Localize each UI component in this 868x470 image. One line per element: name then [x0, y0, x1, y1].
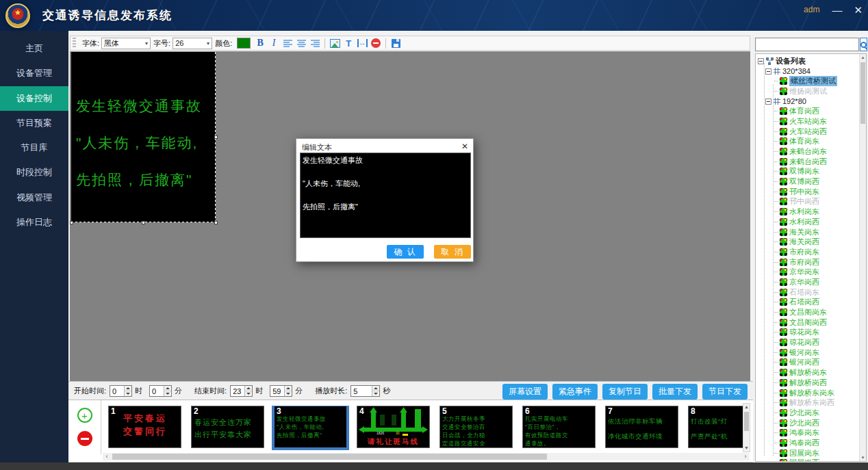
device-name[interactable]: 来鹤台岗东	[789, 146, 827, 157]
device-search-button[interactable]	[860, 38, 867, 51]
fit-width-button[interactable]: ↔	[355, 37, 369, 49]
collapse-icon[interactable]	[765, 99, 771, 105]
sidebar-item[interactable]: 时段控制	[0, 160, 68, 185]
add-program-button[interactable]: +	[77, 408, 92, 423]
device-name[interactable]: 文昌阁岗东	[789, 307, 827, 317]
tree-device-row[interactable]: 海关岗西	[756, 237, 866, 247]
spin-down-icon[interactable]	[372, 391, 379, 396]
cancel-button[interactable]: 取 消	[434, 245, 471, 259]
tree-device-row[interactable]: 琼花岗西	[756, 337, 866, 348]
tree-device-row[interactable]: 解放桥东岗东	[756, 388, 866, 398]
tree-device-row[interactable]: 京华岗西	[756, 277, 866, 287]
device-name[interactable]: 文昌阁岗西	[789, 317, 827, 328]
tree-device-row[interactable]: 来鹤台岗西	[756, 157, 866, 167]
device-name[interactable]: 石塔岗东	[789, 287, 819, 298]
tree-device-row[interactable]: 国展岗西	[756, 458, 866, 462]
minimize-button[interactable]: —	[832, 5, 841, 15]
playlist-item[interactable]: 3发生轻微交通事故"人未伤，车能动,先拍照，后撤离"	[274, 406, 347, 448]
tree-device-row[interactable]: 火车站岗东	[756, 116, 866, 127]
playlist-item[interactable]: 8打击改装"灯严查严处"机	[688, 406, 743, 448]
scroll-left-icon[interactable]: ‹	[103, 453, 111, 460]
insert-text-button[interactable]: T	[342, 37, 355, 49]
color-swatch[interactable]	[237, 38, 251, 49]
italic-button[interactable]: I	[267, 37, 281, 49]
end-minute-spinner[interactable]: 59	[270, 385, 292, 397]
playlist-item[interactable]: 4182630请礼让斑马线	[357, 406, 430, 448]
device-name[interactable]: 京华岗东	[789, 267, 819, 277]
current-user[interactable]: adm	[804, 5, 819, 14]
scroll-up-icon[interactable]: ▲	[743, 404, 750, 410]
device-name[interactable]: 邗中岗西	[789, 196, 819, 207]
device-name[interactable]: 银河岗西	[789, 357, 819, 367]
end-hour-value[interactable]: 23	[231, 386, 244, 396]
action-button[interactable]: 屏幕设置	[502, 384, 548, 400]
tree-device-row[interactable]: 解放桥东岗西	[756, 397, 866, 408]
tree-device-row[interactable]: 双博岗东	[756, 167, 866, 177]
spin-up-icon[interactable]	[164, 386, 171, 391]
device-name[interactable]: 琼花岗西	[789, 337, 819, 348]
stop-button[interactable]	[369, 37, 383, 49]
device-name[interactable]: 沙北岗西	[789, 418, 819, 428]
start-minute-value[interactable]: 0	[150, 386, 164, 396]
device-name[interactable]: 海关岗西	[789, 237, 819, 247]
start-hour-value[interactable]: 0	[110, 386, 124, 396]
dialog-close-button[interactable]: ✕	[461, 142, 468, 151]
resize-handle[interactable]	[214, 135, 218, 139]
scrollbar-thumb[interactable]	[112, 454, 547, 460]
device-name[interactable]: 螺丝湾桥测试	[789, 76, 837, 86]
tree-device-row[interactable]: 京华岗东	[756, 267, 866, 277]
sidebar-item[interactable]: 操作日志	[0, 210, 68, 235]
scroll-up-icon[interactable]: ▲	[860, 54, 866, 61]
device-name[interactable]: 维扬岗测试	[789, 86, 827, 96]
tree-device-row[interactable]: 解放桥岗东	[756, 367, 866, 378]
scrollbar-thumb[interactable]	[744, 412, 749, 431]
sidebar-item[interactable]: 设备控制	[0, 86, 68, 111]
led-preview[interactable]: 发生轻微交通事故"人未伤，车能动,先拍照，后撤离"	[71, 52, 216, 222]
remove-program-button[interactable]	[77, 431, 92, 446]
device-name[interactable]: 体育岗西	[789, 106, 819, 116]
sidebar-item[interactable]: 主页	[0, 36, 68, 61]
device-name[interactable]: 解放桥岗西	[789, 378, 827, 388]
tree-device-row[interactable]: 银河岗西	[756, 358, 866, 368]
sidebar-item[interactable]: 视频管理	[0, 185, 68, 210]
spin-up-icon[interactable]	[245, 386, 252, 391]
tree-device-row[interactable]: 海关岗东	[756, 227, 866, 237]
tree-device-row[interactable]: 体育岗东	[756, 137, 866, 147]
tree-device-row[interactable]: 水利岗东	[756, 207, 866, 217]
start-minute-spinner[interactable]: 0	[149, 385, 172, 397]
playlist-vertical-scrollbar[interactable]: ▲ ▼	[743, 403, 750, 452]
device-name[interactable]: 邗中岗东	[789, 187, 819, 197]
device-name[interactable]: 解放桥东岗西	[789, 397, 834, 408]
spin-up-icon[interactable]	[372, 386, 379, 391]
font-family-select[interactable]: 黑体 ▾	[101, 38, 151, 49]
device-name[interactable]: 国展岗东	[789, 448, 819, 458]
tree-device-row[interactable]: 文昌阁岗东	[756, 307, 866, 317]
device-name[interactable]: 京华岗西	[789, 277, 819, 287]
align-left-button[interactable]	[281, 37, 294, 49]
sidebar-item[interactable]: 节目预案	[0, 111, 68, 135]
sidebar-item[interactable]: 节目库	[0, 135, 68, 160]
tree-device-row[interactable]: 邗中岗东	[756, 187, 866, 197]
align-center-button[interactable]	[294, 37, 308, 49]
end-minute-value[interactable]: 59	[270, 386, 284, 396]
device-name[interactable]: 银河岗东	[789, 348, 819, 358]
tree-root-row[interactable]: 设备列表	[756, 56, 866, 66]
tree-device-row[interactable]: 来鹤台岗东	[756, 146, 866, 157]
device-name[interactable]: 市府岗东	[789, 247, 819, 257]
tree-group-row[interactable]: 192*80	[756, 96, 866, 107]
tree-device-row[interactable]: 市府岗东	[756, 247, 866, 257]
device-name[interactable]: 水利岗西	[789, 217, 819, 227]
tree-device-row[interactable]: 体育岗西	[756, 106, 866, 116]
playlist-item[interactable]: 6扎实开展电动车"百日整治"，有效预防道路交通事故。	[522, 406, 596, 448]
tree-device-row[interactable]: 维扬岗测试	[756, 86, 866, 96]
dialog-text-input[interactable]	[300, 153, 471, 238]
confirm-button[interactable]: 确 认	[387, 245, 424, 259]
sidebar-item[interactable]: 设备管理	[0, 61, 68, 86]
save-button[interactable]	[389, 37, 403, 49]
tree-device-row[interactable]: 水利岗西	[756, 217, 866, 227]
device-name[interactable]: 来鹤台岗西	[789, 157, 827, 167]
toolbar-grip[interactable]	[73, 38, 76, 49]
playlist-horizontal-scrollbar[interactable]: ‹ ›	[103, 453, 750, 460]
tree-device-row[interactable]: 双博岗西	[756, 177, 866, 187]
tree-device-row[interactable]: 国展岗东	[756, 448, 866, 458]
